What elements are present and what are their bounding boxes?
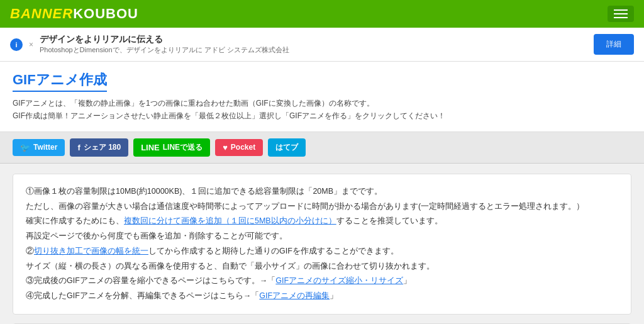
twitter-icon: 🐦 (20, 143, 30, 152)
ad-text-container: デザインをよりリアルに伝える PhotoshopとDimensionで、デザイン… (40, 34, 587, 55)
page-description: GIFアニメとは、「複数の静止画像」を1つの画像に重ね合わせた動画（GIFに変換… (13, 97, 631, 123)
info-line6: サイズ（縦・横の長さ）の異なる画像を使用すると、自動で「最小サイズ」の画像に合わ… (26, 259, 618, 274)
pocket-button[interactable]: ♥ Pocket (215, 139, 263, 156)
pocket-label: Pocket (231, 143, 255, 152)
hamburger-menu-button[interactable] (608, 6, 634, 22)
info-line8-post: 」 (330, 291, 338, 300)
info-box: ①画像１枚の容量制限は10MB(約10000KB)、１回に追加できる総容量制限は… (13, 174, 631, 315)
hamburger-line-3 (614, 17, 628, 18)
line-icon: LINE (141, 143, 160, 152)
page-header: GIFアニメ作成 GIFアニメとは、「複数の静止画像」を1つの画像に重ね合わせた… (0, 62, 644, 132)
site-logo: BANNERKOUBOU (10, 6, 138, 22)
info-line8-pre: ④完成したGIFアニメを分解、再編集できるページはこちら→「 (26, 291, 259, 300)
page-title: GIFアニメ作成 (13, 70, 107, 92)
info-line7-pre: ③完成後のGIFアニメの容量を縮小できるページはこちらです。→「 (26, 276, 275, 285)
info-line8-link[interactable]: GIFアニメの再編集 (259, 291, 330, 300)
twitter-label: Twitter (33, 143, 57, 152)
page-desc-line2: GIF作成は簡単！アニメーションさせたい静止画像を「最低２枚位以上」選択し「GI… (13, 109, 631, 122)
social-bar: 🐦 Twitter f シェア 180 LINE LINEで送る ♥ Pocke… (0, 132, 644, 164)
hatena-button[interactable]: はてブ (268, 138, 306, 157)
facebook-button[interactable]: f シェア 180 (70, 138, 128, 157)
facebook-icon: f (77, 143, 80, 152)
hatena-label: はてブ (275, 142, 298, 153)
info-line5: ②切り抜き加工で画像の幅を統一してから作成すると期待した通りのGIFを作成するこ… (26, 244, 618, 259)
info-line7-post: 」 (403, 276, 411, 285)
info-line7: ③完成後のGIFアニメの容量を縮小できるページはこちらです。→「GIFアニメのサ… (26, 274, 618, 289)
info-line2: ただし、画像の容量が大きい場合は通信速度や時間帯によってアップロードに時間が掛か… (26, 199, 618, 215)
info-line5-post: してから作成すると期待した通りのGIFを作成することができます。 (148, 247, 399, 255)
line-label: LINEで送る (163, 142, 203, 153)
info-line3-pre: 確実に作成するためにも、 (26, 216, 124, 225)
info-line3-link[interactable]: 複数回に分けて画像を追加（１回に5MB以内の小分けに） (124, 216, 336, 225)
logo-koubou: KOUBOU (73, 6, 138, 21)
info-line8: ④完成したGIFアニメを分解、再編集できるページはこちら→「GIFアニメの再編集… (26, 289, 618, 304)
hamburger-line-1 (614, 9, 628, 11)
info-line3: 確実に作成するためにも、複数回に分けて画像を追加（１回に5MB以内の小分けに）す… (26, 214, 618, 229)
main-content: ①画像１枚の容量制限は10MB(約10000KB)、１回に追加できる総容量制限は… (0, 164, 644, 324)
info-line7-link[interactable]: GIFアニメのサイズ縮小・リサイズ (275, 276, 403, 285)
page-desc-line1: GIFアニメとは、「複数の静止画像」を1つの画像に重ね合わせた動画（GIFに変換… (13, 97, 631, 109)
ad-info-icon: i (10, 38, 23, 51)
logo-banner: BANNER (10, 6, 73, 21)
info-line1: ①画像１枚の容量制限は10MB(約10000KB)、１回に追加できる総容量制限は… (26, 184, 618, 199)
ad-title: デザインをよりリアルに伝える (40, 34, 587, 45)
info-line3-post: することを推奨しています。 (336, 216, 443, 225)
line-button[interactable]: LINE LINEで送る (133, 138, 210, 157)
info-line5-pre: ② (26, 247, 34, 255)
info-line4: 再設定ページで後から何度でも画像を追加・削除することが可能です。 (26, 229, 618, 244)
header: BANNERKOUBOU (0, 0, 644, 28)
ad-subtitle: PhotoshopとDimensionで、デザインをよりリアルに アドビ システ… (40, 45, 587, 55)
ad-close-button[interactable]: × (29, 40, 33, 49)
hamburger-line-2 (614, 13, 628, 14)
ad-detail-button[interactable]: 詳細 (594, 34, 634, 55)
facebook-label: シェア 180 (84, 142, 121, 153)
info-line5-link[interactable]: 切り抜き加工で画像の幅を統一 (34, 247, 148, 255)
pocket-icon: ♥ (223, 143, 228, 152)
ad-banner: i × デザインをよりリアルに伝える PhotoshopとDimensionで、… (0, 28, 644, 62)
twitter-button[interactable]: 🐦 Twitter (13, 139, 65, 156)
